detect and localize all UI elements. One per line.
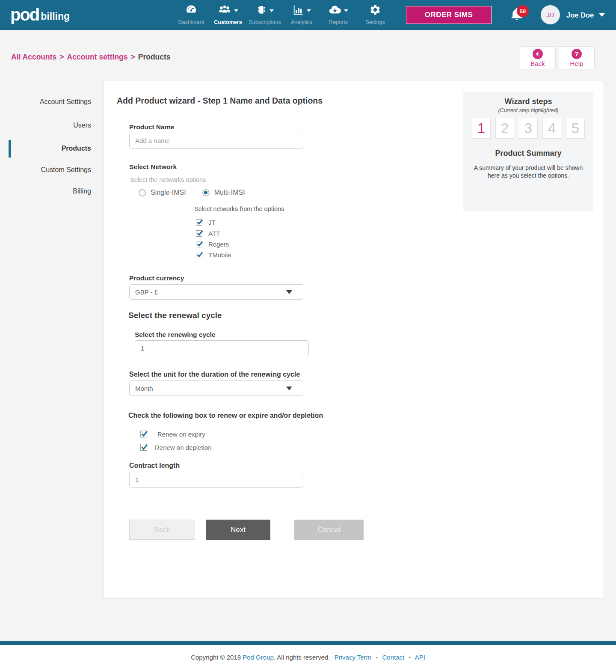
wizard-steps-title: Wizard steps (463, 97, 593, 106)
api-link[interactable]: API (415, 654, 425, 661)
radio-single-imsi[interactable] (139, 189, 146, 196)
nav-item-subscriptions[interactable]: Subscriptions (246, 4, 283, 25)
contract-length-input[interactable] (129, 472, 303, 488)
bar-chart-icon (292, 4, 304, 18)
copyright-rights: . All rights reserved. (274, 654, 330, 661)
nav-item-customers[interactable]: Customers (210, 4, 246, 25)
renew-on-depletion-row: Renew on depletion (140, 443, 212, 452)
cycle-unit-select[interactable]: Month (129, 381, 303, 396)
nav-item-dashboard[interactable]: Dashboard (173, 4, 210, 25)
wizard-step-3: 3 (519, 118, 538, 139)
checkbox-renew-on-expiry[interactable] (140, 431, 147, 437)
footer-copyright: Copyright © 2018 Pod Group. All rights r… (0, 654, 616, 661)
sidebar-item-billing[interactable]: Billing (0, 185, 91, 197)
nav-label: Customers (214, 19, 242, 25)
notifications-button[interactable]: 50 (509, 6, 529, 26)
currency-select[interactable]: GBP - £ (129, 284, 303, 300)
user-menu[interactable]: Joe Doe (566, 0, 605, 30)
renew-on-expiry-label: Renew on expiry (157, 431, 205, 438)
checkbox-renew-on-depletion[interactable] (140, 444, 147, 451)
page-title: Add Product wizard - Step 1 Name and Dat… (117, 96, 323, 106)
nav-item-reports[interactable]: Reports (320, 4, 357, 25)
currency-label: Product currency (129, 274, 184, 282)
renewing-cycle-label: Select the renewing cycle (135, 331, 216, 339)
renew-on-expiry-row: Renew on expiry (140, 430, 205, 438)
radio-multi-imsi-label: Multi-IMSI (214, 189, 245, 196)
product-summary-text: A summary of your product will be shown … (471, 164, 586, 179)
network-row-rogers: Rogers (196, 240, 229, 248)
nav-item-settings[interactable]: Settings (357, 4, 394, 25)
breadcrumb-separator: > (59, 53, 64, 61)
select-caret-icon (286, 290, 292, 294)
sidebar-item-users[interactable]: Users (0, 119, 91, 131)
nav-item-analytics[interactable]: Analytics (283, 4, 320, 25)
breadcrumb-all-accounts[interactable]: All Accounts (11, 53, 56, 61)
checkbox-jt[interactable] (196, 219, 202, 226)
wizard-steps-row: 1 2 3 4 5 (463, 118, 593, 139)
notification-badge: 50 (517, 5, 529, 17)
sidebar-item-products[interactable]: Products (0, 143, 91, 155)
app-logo[interactable]: pod billing (10, 3, 70, 26)
footer-separator: - (409, 654, 411, 661)
order-sims-button[interactable]: ORDER SIMS (406, 6, 492, 24)
main-nav: Dashboard Customers Subscriptions (173, 4, 394, 25)
footer-divider (0, 641, 616, 645)
back-button[interactable]: Back (520, 46, 556, 69)
bell-icon (509, 16, 524, 24)
checkbox-att-label: ATT (208, 230, 220, 237)
breadcrumb: All Accounts>Account settings>Products (11, 53, 171, 62)
chevron-down-icon (307, 9, 311, 12)
sidebar-item-account-settings[interactable]: Account Settings (0, 96, 91, 108)
footer-separator: - (376, 654, 378, 661)
avatar-initials: JD (546, 11, 554, 18)
wizard-back-button[interactable]: Back (129, 520, 195, 540)
radio-multi-imsi[interactable] (202, 189, 210, 196)
wizard-panel: Add Product wizard - Step 1 Name and Dat… (103, 80, 604, 599)
networks-list-label: Select networks from the options (194, 205, 284, 212)
copyright-prefix: Copyright © 2018 (191, 654, 241, 661)
back-button-label: Back (530, 60, 545, 67)
chevron-down-icon (344, 9, 348, 12)
renewing-cycle-input[interactable] (135, 340, 309, 356)
product-summary-title: Product Summary (463, 149, 593, 158)
nav-label: Analytics (291, 19, 312, 25)
network-row-jt: JT (196, 218, 216, 226)
renew-on-depletion-label: Renew on depletion (155, 444, 212, 451)
network-row-tmobile: TMobile (196, 250, 231, 259)
product-name-input[interactable] (129, 133, 303, 149)
checkbox-tmobile-label: TMobile (208, 251, 231, 259)
gear-icon (369, 4, 381, 18)
question-mark-icon: ? (572, 49, 582, 59)
wizard-next-button[interactable]: Next (206, 520, 270, 540)
privacy-term-link[interactable]: Privacy Term (335, 654, 371, 661)
help-button[interactable]: ? Help (559, 46, 595, 69)
checkbox-att[interactable] (196, 230, 202, 237)
sidebar-item-custom-settings[interactable]: Custom Settings (0, 164, 91, 176)
contract-length-label: Contract length (129, 462, 180, 470)
nav-label: Dashboard (178, 19, 204, 25)
breadcrumb-account-settings[interactable]: Account settings (67, 53, 128, 61)
contact-link[interactable]: Contact (382, 654, 404, 661)
checkbox-jt-label: JT (208, 219, 216, 226)
arrow-left-icon (533, 49, 543, 59)
chevron-down-icon (599, 13, 605, 17)
cloud-download-icon (329, 4, 341, 18)
wizard-step-5: 5 (566, 118, 585, 139)
avatar[interactable]: JD (541, 5, 560, 24)
wizard-step-1: 1 (472, 118, 491, 139)
renew-expire-heading: Check the following box to renew or expi… (128, 412, 323, 419)
wizard-cancel-button[interactable]: Cancel (294, 520, 364, 540)
gauge-icon (185, 4, 197, 18)
radio-single-imsi-label: Single-IMSI (151, 189, 186, 196)
select-network-label: Select Network (129, 163, 177, 171)
sidebar-active-indicator (9, 140, 11, 158)
top-navbar: pod billing Dashboard Customers (0, 0, 616, 30)
logo-billing-text: billing (41, 11, 70, 22)
pod-group-link[interactable]: Pod Group (243, 654, 274, 661)
checkbox-tmobile[interactable] (196, 252, 202, 258)
checkbox-rogers[interactable] (196, 241, 202, 247)
chevron-down-icon (234, 9, 238, 12)
wizard-step-2: 2 (495, 118, 514, 139)
chevron-down-icon (270, 9, 274, 12)
nav-label: Settings (365, 19, 385, 25)
